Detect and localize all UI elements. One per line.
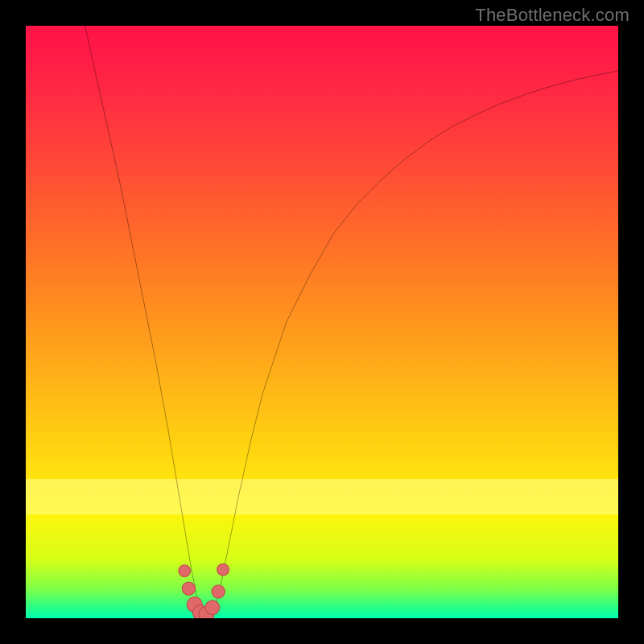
curve-layer	[26, 26, 618, 618]
trough-marker	[205, 601, 220, 615]
bottleneck-curve	[85, 26, 618, 615]
chart-frame: TheBottleneck.com	[0, 0, 644, 644]
plot-area	[26, 26, 618, 618]
watermark-text: TheBottleneck.com	[475, 5, 630, 26]
trough-marker	[212, 585, 225, 598]
trough-marker	[179, 565, 191, 577]
trough-marker	[217, 564, 229, 576]
trough-markers	[179, 564, 229, 618]
trough-marker	[182, 582, 195, 595]
